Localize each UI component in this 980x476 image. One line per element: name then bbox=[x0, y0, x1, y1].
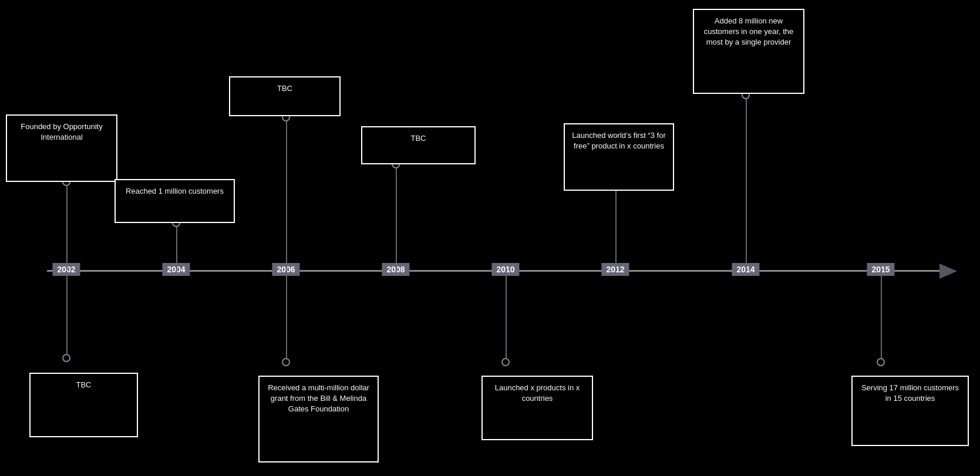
connector-3-for-free bbox=[615, 182, 617, 271]
connector-founded bbox=[66, 183, 68, 270]
event-founded: Founded by Opportunity International bbox=[6, 114, 117, 182]
event-gates-grant: Received a multi-million dollar grant fr… bbox=[258, 376, 379, 463]
connector-tbc-2006-up bbox=[286, 117, 287, 271]
node-gates bbox=[282, 358, 290, 366]
node-x-products bbox=[501, 358, 510, 366]
connector-1m bbox=[176, 223, 177, 271]
event-tbc-2008: TBC bbox=[361, 126, 476, 164]
connector-tbc-2002 bbox=[66, 271, 68, 358]
event-8m-customers: Added 8 million new customers in one yea… bbox=[693, 9, 804, 94]
event-17m-customers: Serving 17 million customers in 15 count… bbox=[851, 376, 969, 446]
event-tbc-2002: TBC bbox=[29, 373, 138, 437]
node-17m bbox=[877, 358, 885, 366]
timeline-container: 2002 2004 2006 2008 2010 2012 2014 2015 … bbox=[0, 0, 980, 476]
node-tbc-2002 bbox=[62, 354, 70, 362]
connector-x-products bbox=[506, 271, 507, 362]
event-1m-customers: Reached 1 million customers bbox=[114, 179, 235, 223]
timeline-arrow bbox=[939, 264, 957, 279]
connector-tbc-2008 bbox=[396, 164, 397, 271]
connector-17m bbox=[881, 271, 882, 362]
connector-8m bbox=[746, 95, 747, 271]
event-x-products: Launched x products in x countries bbox=[481, 376, 593, 440]
connector-gates bbox=[286, 271, 287, 362]
event-3-for-free: Launched world’s first “3 for free” prod… bbox=[564, 123, 674, 191]
event-tbc-2006: TBC bbox=[229, 76, 341, 116]
